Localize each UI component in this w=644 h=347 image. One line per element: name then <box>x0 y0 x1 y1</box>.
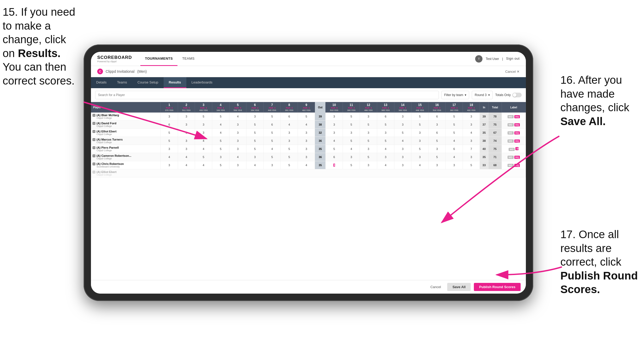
score-hole-9[interactable]: 3 <box>298 137 315 145</box>
tab-course-setup[interactable]: Course Setup <box>132 77 164 88</box>
score-hole-5[interactable]: 3 <box>229 129 246 137</box>
score-hole-2[interactable]: 3 <box>178 129 195 137</box>
nav-link-tournaments[interactable]: TOURNAMENTS <box>140 52 177 66</box>
label-wd[interactable]: WD <box>508 164 514 167</box>
score-hole-3[interactable]: 3 <box>195 121 212 129</box>
score-hole-7[interactable]: 3 <box>263 161 281 169</box>
search-input[interactable] <box>95 91 439 99</box>
score-hole-14[interactable]: 3 <box>394 113 411 121</box>
score-hole-4[interactable]: 5 <box>212 161 229 169</box>
score-hole-12[interactable]: 3 <box>360 113 377 121</box>
score-hole-10[interactable]: 3 <box>326 113 343 121</box>
score-hole-16[interactable]: 5 <box>428 153 446 161</box>
score-hole-3[interactable]: 5 <box>195 153 212 161</box>
score-hole-10[interactable]: 6 <box>326 153 343 161</box>
score-hole-1[interactable]: 5 <box>161 129 178 137</box>
score-hole-10[interactable]: 3 <box>326 129 343 137</box>
score-hole-5[interactable]: 4 <box>229 113 246 121</box>
score-hole-4[interactable]: 5 <box>212 145 229 153</box>
score-hole-13[interactable]: 4 <box>377 161 394 169</box>
score-hole-13[interactable]: 3 <box>377 153 394 161</box>
score-hole-1[interactable]: 3 <box>161 113 178 121</box>
score-hole-16[interactable]: 6 <box>428 129 446 137</box>
tab-teams[interactable]: Teams <box>112 77 132 88</box>
score-hole-16[interactable]: 5 <box>428 137 446 145</box>
score-hole-4[interactable]: 4 <box>212 121 229 129</box>
score-hole-5[interactable]: 4 <box>229 153 246 161</box>
score-hole-14[interactable]: 3 <box>394 161 411 169</box>
score-hole-10[interactable]: 3 <box>326 121 343 129</box>
label-dq[interactable]: DQ <box>514 156 520 159</box>
score-hole-15[interactable]: 3 <box>411 137 429 145</box>
label-dq[interactable]: DQ <box>514 115 520 118</box>
score-hole-2[interactable]: 4 <box>178 153 195 161</box>
score-hole-17[interactable]: 6 <box>446 145 463 153</box>
score-hole-17[interactable]: 5 <box>446 121 463 129</box>
score-hole-11[interactable]: 5 <box>343 137 360 145</box>
score-hole-13[interactable]: 5 <box>377 137 394 145</box>
score-hole-12[interactable]: 5 <box>360 153 377 161</box>
save-all-button[interactable]: Save All <box>447 283 471 291</box>
score-hole-9[interactable]: 3 <box>298 145 315 153</box>
score-hole-12[interactable]: 5 <box>360 121 377 129</box>
score-hole-4[interactable]: 3 <box>212 153 229 161</box>
score-hole-3[interactable]: 4 <box>195 161 212 169</box>
label-wd[interactable]: WD <box>508 156 514 159</box>
score-hole-3[interactable]: 4 <box>195 137 212 145</box>
label-wd[interactable]: WD <box>508 139 514 143</box>
score-hole-17[interactable]: 4 <box>446 137 463 145</box>
score-hole-7[interactable]: 4 <box>263 145 281 153</box>
label-dq[interactable]: DQ <box>514 164 520 167</box>
label-dq[interactable]: DQ <box>514 139 520 143</box>
score-hole-1[interactable]: 6 <box>161 121 178 129</box>
score-hole-16[interactable]: 3 <box>428 121 446 129</box>
totals-only-toggle[interactable] <box>512 93 522 97</box>
score-hole-8[interactable]: 6 <box>281 113 298 121</box>
cancel-button[interactable]: Cancel <box>427 283 444 290</box>
score-hole-16[interactable]: 3 <box>428 145 446 153</box>
label-dq[interactable]: DQ <box>514 131 520 135</box>
score-hole-8[interactable]: 3 <box>281 137 298 145</box>
score-hole-15[interactable]: 3 <box>411 129 429 137</box>
score-hole-1[interactable]: 3 <box>161 161 178 169</box>
score-hole-7[interactable]: 6 <box>263 121 281 129</box>
sign-out-link[interactable]: Sign out <box>506 57 520 61</box>
score-hole-2[interactable]: 3 <box>178 121 195 129</box>
score-hole-6[interactable]: 5 <box>246 137 264 145</box>
score-hole-9[interactable]: 4 <box>298 121 315 129</box>
score-hole-18[interactable]: 4 <box>463 129 480 137</box>
score-hole-9[interactable]: 4 <box>298 161 315 169</box>
score-hole-15[interactable]: 5 <box>411 121 429 129</box>
score-hole-11[interactable]: 3 <box>343 153 360 161</box>
score-hole-13[interactable]: 6 <box>377 113 394 121</box>
score-hole-2[interactable]: 4 <box>178 161 195 169</box>
score-hole-5[interactable]: 3 <box>229 145 246 153</box>
score-hole-7[interactable]: 5 <box>263 137 281 145</box>
score-hole-11[interactable]: 5 <box>343 161 360 169</box>
publish-button[interactable]: Publish Round Scores <box>474 283 521 291</box>
score-hole-9[interactable]: 5 <box>298 113 315 121</box>
score-hole-4[interactable]: 5 <box>212 137 229 145</box>
score-hole-14[interactable]: 3 <box>394 121 411 129</box>
score-hole-3[interactable]: 5 <box>195 113 212 121</box>
score-hole-9[interactable]: 3 <box>298 153 315 161</box>
score-hole-7[interactable]: 5 <box>263 153 281 161</box>
score-hole-15[interactable]: 3 <box>411 153 429 161</box>
label-wd[interactable]: WD <box>508 123 514 126</box>
score-hole-2[interactable]: 3 <box>178 145 195 153</box>
score-hole-12[interactable]: 3 <box>360 129 377 137</box>
score-hole-10[interactable]: 5 <box>326 145 343 153</box>
score-hole-8[interactable]: 5 <box>281 161 298 169</box>
score-hole-12[interactable]: 3 <box>360 145 377 153</box>
score-hole-14[interactable]: 3 <box>394 145 411 153</box>
score-hole-12[interactable]: 3 <box>360 161 377 169</box>
score-hole-11[interactable]: 3 <box>343 129 360 137</box>
score-hole-13[interactable]: 4 <box>377 145 394 153</box>
score-hole-15[interactable]: 5 <box>411 113 429 121</box>
score-hole-17[interactable]: 5 <box>446 129 463 137</box>
tab-results[interactable]: Results <box>164 77 186 88</box>
score-hole-13[interactable]: 3 <box>377 129 394 137</box>
score-hole-2[interactable]: 3 <box>178 137 195 145</box>
score-hole-13[interactable]: 5 <box>377 121 394 129</box>
score-hole-15[interactable]: 5 <box>411 145 429 153</box>
